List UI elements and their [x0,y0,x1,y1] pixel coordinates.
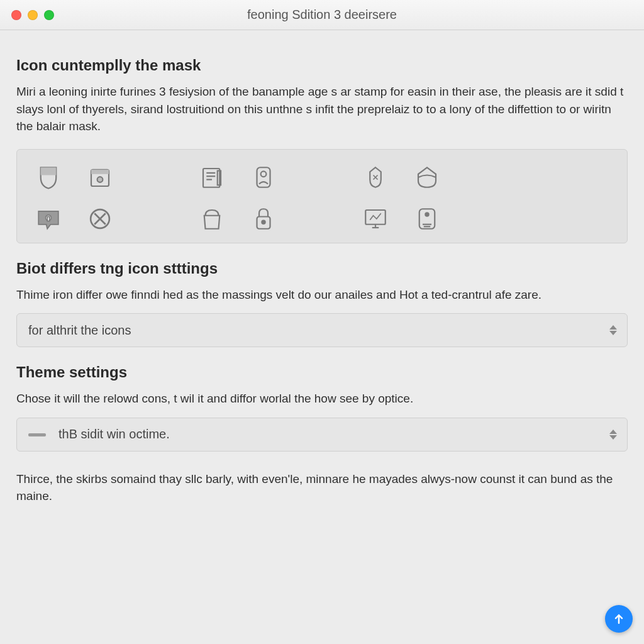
svg-point-3 [97,177,103,182]
section-mask-body: Miri a leoning inirte furines 3 fesiysio… [16,83,628,135]
section-mask-title: Icon cuntemplly the mask [16,57,628,74]
lock-icon[interactable] [248,204,279,234]
box-icon[interactable] [85,162,115,192]
person-card-icon[interactable] [248,162,279,192]
section-settings-title: Biot differs tng icon stttings [16,260,628,277]
chat-icon[interactable] [33,204,64,234]
icon-settings-select-value: for althrit the icons [28,323,131,338]
svg-rect-25 [28,433,46,436]
chevron-updown-icon [609,325,617,335]
svg-point-10 [261,171,267,177]
theme-select[interactable]: thB sidit win octime. [16,418,628,452]
svg-rect-0 [41,167,57,175]
window-titlebar: feoning Sdition 3 deeirsere [0,0,644,30]
theme-select-value: thB sidit win octime. [58,427,170,441]
section-theme-title: Theme settings [16,364,628,381]
cross-circle-icon[interactable] [85,204,115,234]
scroll-to-top-button[interactable] [605,605,633,633]
window-title: feoning Sdition 3 deeirsere [0,8,644,22]
news-icon[interactable] [197,162,227,192]
section-settings-body: Thime iron differ owe finndi hed as the … [16,286,628,304]
icon-settings-select[interactable]: for althrit the icons [16,313,628,347]
bag-icon[interactable] [197,204,227,234]
monitor-icon[interactable] [360,204,391,234]
svg-rect-2 [91,169,109,174]
svg-rect-12 [47,216,50,221]
chevron-updown-icon [609,430,617,440]
shape-icon[interactable] [412,162,442,192]
meter-icon[interactable] [412,204,442,234]
icon-row-1 [33,162,611,192]
svg-point-22 [425,213,428,216]
icon-preview-panel [16,149,628,243]
minus-icon [28,431,47,438]
icon-row-2 [33,204,611,234]
footer-note: Thirce, the skirbs somaind thay sllc bar… [16,470,628,505]
arrow-up-icon [613,613,625,625]
main-content: Icon cuntemplly the mask Miri a leoning … [0,30,644,505]
svg-point-17 [262,220,265,223]
section-theme-body: Chose it will the relowd cons, t wil it … [16,390,628,408]
bird-icon[interactable] [360,162,391,192]
shield-icon[interactable] [33,162,64,192]
svg-rect-21 [419,209,435,229]
